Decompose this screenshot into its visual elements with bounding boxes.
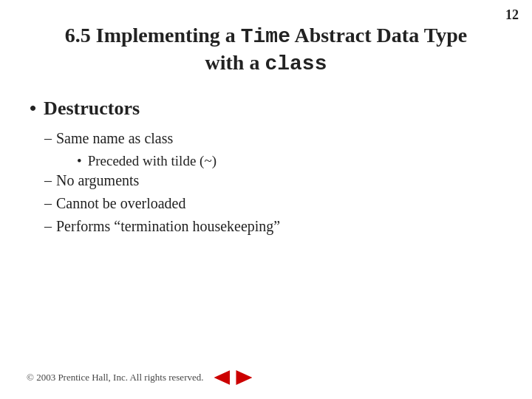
item-text: Performs “termination housekeeping”	[56, 218, 280, 235]
list-item: – Cannot be overloaded	[44, 195, 502, 212]
slide-title: 6.5 Implementing a Time Abstract Data Ty…	[30, 22, 502, 77]
sub-bullet-item: • Preceded with tilde (~)	[77, 153, 502, 169]
item-text: Cannot be overloaded	[56, 195, 186, 212]
list-item: – Same name as class	[44, 130, 502, 147]
content-list: – Same name as class • Preceded with til…	[30, 130, 502, 235]
title-code-time: Time	[241, 25, 290, 48]
item-text: Same name as class	[56, 130, 173, 147]
dash-icon: –	[44, 218, 52, 235]
section-title: • Destructors	[30, 98, 502, 120]
next-button[interactable]	[234, 369, 253, 386]
title-text-1: 6.5 Implementing a	[65, 24, 241, 47]
next-arrow-icon	[236, 370, 252, 385]
item-text: No arguments	[56, 172, 139, 189]
sub-bullet-text: Preceded with tilde (~)	[88, 153, 216, 169]
list-item: – Performs “termination housekeeping”	[44, 218, 502, 235]
title-text-2: Abstract Data Type	[290, 24, 467, 47]
bullet-marker: •	[30, 98, 36, 120]
nav-buttons	[212, 369, 253, 386]
page-number: 12	[505, 7, 519, 23]
list-item: – No arguments	[44, 172, 502, 189]
dash-icon: –	[44, 195, 52, 212]
dash-icon: –	[44, 172, 52, 189]
dash-icon: –	[44, 130, 52, 147]
slide: 12 6.5 Implementing a Time Abstract Data…	[0, 0, 532, 399]
prev-button[interactable]	[212, 369, 231, 386]
copyright-text: © 2003 Prentice Hall, Inc. All rights re…	[27, 372, 203, 383]
prev-arrow-icon	[214, 370, 230, 385]
title-line2-text: with a	[205, 51, 265, 74]
footer: © 2003 Prentice Hall, Inc. All rights re…	[27, 369, 253, 386]
title-code-class: class	[265, 52, 327, 75]
section-label: Destructors	[44, 98, 140, 120]
sub-dot-icon: •	[77, 153, 82, 169]
